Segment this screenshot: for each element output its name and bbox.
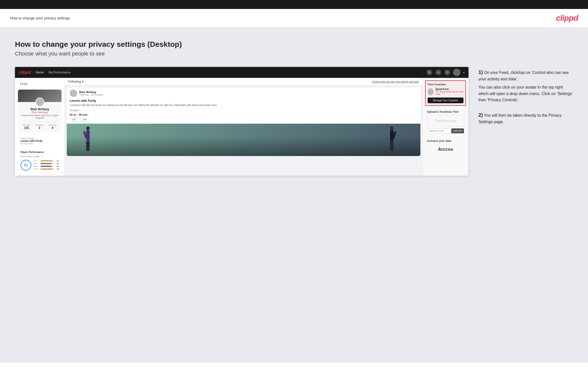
stat-following-label: Following [48, 124, 57, 126]
app-feed: Following ▾ Control who can see your act… [65, 78, 422, 176]
post-description: Looking to feel like my hands are exitin… [67, 104, 420, 107]
svg-rect-6 [86, 130, 90, 141]
svg-rect-14 [392, 141, 393, 151]
main-content: How to change your privacy settings (Des… [0, 28, 588, 362]
post-tag-ott: OTT [70, 118, 79, 122]
post-avatar [70, 90, 77, 97]
post-tags: OTT APP [67, 118, 420, 122]
coach-item: David Ford 📍 Royal North Devon Golf Club [428, 88, 463, 96]
svg-rect-13 [390, 141, 392, 151]
post-title: Lesson with Fordy [67, 99, 420, 103]
coach-club: 📍 Royal North Devon Golf Club [436, 91, 463, 96]
step-1-extra: You can also click on your avatar in the… [478, 84, 573, 103]
profile-stats: Activities 131 Followers 3 Following 4 [20, 122, 59, 130]
stat-activities-label: Activities [23, 124, 31, 126]
trackman-input-row: Add Link [427, 128, 464, 133]
clippd-logo: clippd [556, 13, 578, 23]
connect-section: Connect your data Arccos [425, 137, 466, 157]
post-image-overlay [67, 124, 420, 156]
instructions-panel: 1) On your Feed, click/tap on 'Control w… [478, 67, 573, 134]
svg-point-0 [428, 71, 430, 73]
latest-activity-date: 03 Aug 2022 [20, 142, 59, 145]
profile-badge: Plus Handicap [20, 111, 59, 114]
connect-title: Connect your data [427, 139, 464, 142]
search-icon[interactable] [426, 69, 432, 75]
following-button[interactable]: Following ▾ [68, 80, 83, 83]
feed-label: Feed [18, 81, 62, 87]
app-nav-logo: clippd [19, 70, 31, 75]
latest-activity: Latest Activity Lesson with Fordy 03 Aug… [18, 135, 62, 147]
content-row: clippd Home My Performance [15, 67, 573, 176]
bar-putt: PUTT 96 [33, 168, 59, 170]
user-avatar[interactable] [453, 69, 460, 76]
app-nav: clippd Home My Performance [15, 67, 468, 78]
post-header: Blair McHarg Yesterday · Sunningdale [67, 88, 420, 99]
svg-line-1 [430, 73, 431, 74]
golfer-left-icon [79, 126, 97, 156]
top-bar [0, 0, 588, 9]
compass-icon[interactable] [444, 69, 450, 75]
profile-club: Royal North Devon Golf Club, United King… [20, 114, 59, 119]
step-2: 2) You will then be taken directly to th… [478, 112, 573, 125]
post-image [67, 124, 420, 156]
step-1-text: On your Feed, click/tap on 'Control who … [478, 70, 569, 81]
app-right-sidebar: Your Coaches David Ford 📍 Royal North De… [422, 78, 468, 176]
control-privacy-link[interactable]: Control who can see your activity and da… [372, 80, 419, 83]
trackman-input[interactable] [427, 128, 450, 133]
step-2-text: You will then be taken directly to the P… [478, 113, 562, 124]
app-sidebar: Feed Blair McHarg Plus Handicap Royal No… [15, 78, 65, 176]
svg-rect-11 [390, 130, 393, 141]
app-nav-home[interactable]: Home [36, 71, 44, 74]
stat-activities: Activities 131 [23, 124, 31, 130]
stat-followers: Followers 3 [35, 124, 44, 130]
trackman-link-box: Trackman Link [427, 115, 464, 126]
add-link-button[interactable]: Add Link [451, 128, 464, 133]
info-icon: ⓘ [41, 155, 43, 158]
step-2-number: 2) [478, 112, 483, 118]
trackman-placeholder: Trackman Link [431, 119, 460, 123]
profile-avatar [35, 98, 44, 106]
svg-point-4 [447, 72, 448, 73]
chevron-down-icon: ▾ [82, 80, 83, 83]
profile-name: Blair McHarg [20, 107, 59, 111]
manage-coaches-button[interactable]: Manage Your Coaches [428, 98, 463, 103]
profile-info: Blair McHarg Plus Handicap Royal North D… [18, 102, 62, 132]
stat-followers-label: Followers [35, 124, 44, 126]
coaches-annotation-box: Your Coaches David Ford 📍 Royal North De… [425, 80, 466, 106]
stat-activities-value: 131 [23, 126, 31, 130]
latest-activity-name: Lesson with Fordy [20, 140, 59, 142]
feed-header: Following ▾ Control who can see your act… [65, 78, 422, 86]
step-1: 1) On your Feed, click/tap on 'Control w… [478, 69, 573, 103]
post-duration: Duration [67, 109, 420, 112]
site-header: How to change your privacy settings clip… [0, 9, 588, 28]
player-performance: Player Performance Total Player Quality … [18, 149, 62, 173]
svg-point-5 [86, 126, 90, 130]
post-tag-app: APP [80, 118, 89, 122]
perf-title: Player Performance [20, 151, 59, 154]
golfer-right-icon [383, 126, 400, 156]
arccos-brand: Arccos [427, 144, 464, 155]
profile-card: Blair McHarg Plus Handicap Royal North D… [18, 90, 62, 132]
post-user-name: Blair McHarg [79, 91, 103, 94]
svg-rect-8 [86, 141, 88, 151]
quality-label: Total Player Quality ⓘ [20, 155, 59, 158]
coaches-title: Your Coaches [428, 83, 463, 86]
app-nav-performance[interactable]: My Performance [49, 71, 70, 74]
site-footer: Copyright Clippd 2022 [0, 362, 588, 367]
coach-name: David Ford [436, 88, 463, 91]
latest-activity-label: Latest Activity [20, 137, 59, 140]
svg-point-10 [390, 126, 393, 130]
chevron-down-icon: ▾ [463, 71, 464, 74]
profile-banner [18, 90, 62, 102]
main-heading: How to change your privacy settings (Des… [15, 40, 573, 49]
bar-arg: ARG 86 [33, 165, 59, 167]
step-1-number: 1) [478, 69, 483, 75]
quality-bars: OTT 90 APP [33, 160, 59, 171]
stat-following-value: 4 [48, 126, 57, 130]
app-nav-icons: ▾ [426, 69, 464, 76]
coach-avatar [428, 88, 434, 95]
post-duration-value: 01 hr : 30 min [67, 113, 420, 116]
user-icon[interactable] [435, 69, 441, 75]
stat-followers-value: 3 [35, 126, 44, 130]
bar-ott: OTT 90 [33, 160, 59, 162]
